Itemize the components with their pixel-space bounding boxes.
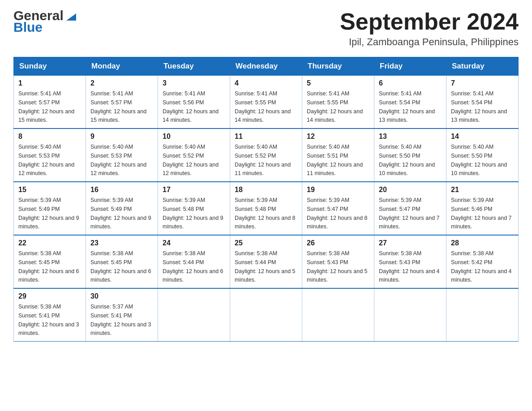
svg-marker-0 [66, 13, 76, 21]
calendar-cell: 30 Sunrise: 5:37 AMSunset: 5:41 PMDaylig… [86, 288, 158, 342]
day-info: Sunrise: 5:39 AMSunset: 5:46 PMDaylight:… [451, 197, 512, 230]
calendar-cell: 5 Sunrise: 5:41 AMSunset: 5:55 PMDayligh… [302, 76, 374, 129]
weekday-header-tuesday: Tuesday [158, 57, 230, 76]
day-info: Sunrise: 5:38 AMSunset: 5:45 PMDaylight:… [18, 250, 79, 283]
day-number: 10 [163, 133, 225, 141]
day-number: 21 [451, 186, 514, 194]
title-area: September 2024 Ipil, Zamboanga Peninsula… [340, 9, 519, 48]
day-info: Sunrise: 5:38 AMSunset: 5:41 PMDaylight:… [18, 304, 79, 336]
day-info: Sunrise: 5:40 AMSunset: 5:52 PMDaylight:… [163, 144, 219, 176]
calendar-cell [230, 288, 302, 342]
logo-text: General Blue [13, 9, 78, 34]
calendar-cell: 21 Sunrise: 5:39 AMSunset: 5:46 PMDaylig… [446, 182, 519, 235]
day-info: Sunrise: 5:41 AMSunset: 5:56 PMDaylight:… [163, 90, 219, 123]
calendar-cell: 27 Sunrise: 5:38 AMSunset: 5:43 PMDaylig… [374, 235, 446, 288]
calendar-table: SundayMondayTuesdayWednesdayThursdayFrid… [13, 57, 519, 342]
day-info: Sunrise: 5:39 AMSunset: 5:49 PMDaylight:… [18, 197, 79, 230]
day-info: Sunrise: 5:38 AMSunset: 5:42 PMDaylight:… [451, 250, 512, 283]
calendar-cell [302, 288, 374, 342]
calendar-cell: 22 Sunrise: 5:38 AMSunset: 5:45 PMDaylig… [14, 235, 86, 288]
weekday-header-saturday: Saturday [446, 57, 519, 76]
calendar-cell [446, 288, 519, 342]
day-info: Sunrise: 5:39 AMSunset: 5:48 PMDaylight:… [235, 197, 296, 230]
calendar-cell: 28 Sunrise: 5:38 AMSunset: 5:42 PMDaylig… [446, 235, 519, 288]
week-row-5: 29 Sunrise: 5:38 AMSunset: 5:41 PMDaylig… [14, 288, 519, 342]
day-number: 16 [90, 186, 153, 194]
day-info: Sunrise: 5:41 AMSunset: 5:54 PMDaylight:… [379, 90, 435, 123]
calendar-cell: 2 Sunrise: 5:41 AMSunset: 5:57 PMDayligh… [86, 76, 158, 129]
day-info: Sunrise: 5:40 AMSunset: 5:50 PMDaylight:… [451, 144, 507, 176]
day-info: Sunrise: 5:40 AMSunset: 5:53 PMDaylight:… [90, 144, 146, 176]
day-info: Sunrise: 5:40 AMSunset: 5:51 PMDaylight:… [307, 144, 363, 176]
calendar-cell: 4 Sunrise: 5:41 AMSunset: 5:55 PMDayligh… [230, 76, 302, 129]
day-number: 7 [451, 79, 514, 87]
day-info: Sunrise: 5:38 AMSunset: 5:43 PMDaylight:… [307, 250, 368, 283]
day-number: 18 [235, 186, 297, 194]
week-row-4: 22 Sunrise: 5:38 AMSunset: 5:45 PMDaylig… [14, 235, 519, 288]
day-info: Sunrise: 5:40 AMSunset: 5:50 PMDaylight:… [379, 144, 435, 176]
month-title: September 2024 [340, 9, 519, 34]
logo: General Blue [13, 9, 78, 34]
day-number: 29 [18, 292, 81, 300]
day-info: Sunrise: 5:39 AMSunset: 5:49 PMDaylight:… [90, 197, 151, 230]
day-number: 27 [379, 239, 442, 247]
calendar-cell [374, 288, 446, 342]
calendar-cell: 19 Sunrise: 5:39 AMSunset: 5:47 PMDaylig… [302, 182, 374, 235]
day-info: Sunrise: 5:40 AMSunset: 5:52 PMDaylight:… [235, 144, 291, 176]
calendar-cell: 13 Sunrise: 5:40 AMSunset: 5:50 PMDaylig… [374, 128, 446, 182]
day-info: Sunrise: 5:38 AMSunset: 5:45 PMDaylight:… [90, 250, 151, 283]
week-row-3: 15 Sunrise: 5:39 AMSunset: 5:49 PMDaylig… [14, 182, 519, 235]
day-number: 13 [379, 133, 442, 141]
day-info: Sunrise: 5:37 AMSunset: 5:41 PMDaylight:… [90, 304, 151, 336]
calendar-cell: 10 Sunrise: 5:40 AMSunset: 5:52 PMDaylig… [158, 128, 230, 182]
day-number: 26 [307, 239, 369, 247]
day-number: 30 [90, 292, 153, 300]
day-info: Sunrise: 5:39 AMSunset: 5:48 PMDaylight:… [163, 197, 223, 230]
calendar-cell: 9 Sunrise: 5:40 AMSunset: 5:53 PMDayligh… [86, 128, 158, 182]
day-info: Sunrise: 5:41 AMSunset: 5:55 PMDaylight:… [235, 90, 291, 123]
calendar-cell: 3 Sunrise: 5:41 AMSunset: 5:56 PMDayligh… [158, 76, 230, 129]
day-info: Sunrise: 5:39 AMSunset: 5:47 PMDaylight:… [307, 197, 368, 230]
day-number: 8 [18, 133, 81, 141]
day-info: Sunrise: 5:39 AMSunset: 5:47 PMDaylight:… [379, 197, 440, 230]
calendar-cell: 23 Sunrise: 5:38 AMSunset: 5:45 PMDaylig… [86, 235, 158, 288]
day-number: 19 [307, 186, 369, 194]
calendar-cell: 20 Sunrise: 5:39 AMSunset: 5:47 PMDaylig… [374, 182, 446, 235]
day-number: 24 [163, 239, 225, 247]
day-number: 14 [451, 133, 514, 141]
calendar-cell: 18 Sunrise: 5:39 AMSunset: 5:48 PMDaylig… [230, 182, 302, 235]
calendar-cell: 14 Sunrise: 5:40 AMSunset: 5:50 PMDaylig… [446, 128, 519, 182]
logo-blue: Blue [13, 21, 78, 34]
day-info: Sunrise: 5:40 AMSunset: 5:53 PMDaylight:… [18, 144, 74, 176]
day-info: Sunrise: 5:41 AMSunset: 5:57 PMDaylight:… [90, 90, 146, 123]
week-row-2: 8 Sunrise: 5:40 AMSunset: 5:53 PMDayligh… [14, 128, 519, 182]
weekday-header-row: SundayMondayTuesdayWednesdayThursdayFrid… [14, 57, 519, 76]
calendar-cell: 7 Sunrise: 5:41 AMSunset: 5:54 PMDayligh… [446, 76, 519, 129]
day-info: Sunrise: 5:41 AMSunset: 5:55 PMDaylight:… [307, 90, 363, 123]
calendar-cell: 8 Sunrise: 5:40 AMSunset: 5:53 PMDayligh… [14, 128, 86, 182]
day-number: 2 [90, 79, 153, 87]
day-number: 3 [163, 79, 225, 87]
calendar-cell: 15 Sunrise: 5:39 AMSunset: 5:49 PMDaylig… [14, 182, 86, 235]
calendar-cell: 6 Sunrise: 5:41 AMSunset: 5:54 PMDayligh… [374, 76, 446, 129]
day-number: 25 [235, 239, 297, 247]
day-info: Sunrise: 5:41 AMSunset: 5:54 PMDaylight:… [451, 90, 507, 123]
calendar-cell: 17 Sunrise: 5:39 AMSunset: 5:48 PMDaylig… [158, 182, 230, 235]
weekday-header-monday: Monday [86, 57, 158, 76]
weekday-header-thursday: Thursday [302, 57, 374, 76]
location-subtitle: Ipil, Zamboanga Peninsula, Philippines [340, 36, 519, 48]
calendar-cell: 24 Sunrise: 5:38 AMSunset: 5:44 PMDaylig… [158, 235, 230, 288]
day-number: 11 [235, 133, 297, 141]
day-info: Sunrise: 5:38 AMSunset: 5:44 PMDaylight:… [163, 250, 223, 283]
day-number: 4 [235, 79, 297, 87]
day-number: 1 [18, 79, 81, 87]
day-number: 12 [307, 133, 369, 141]
day-number: 6 [379, 79, 442, 87]
calendar-cell: 12 Sunrise: 5:40 AMSunset: 5:51 PMDaylig… [302, 128, 374, 182]
day-number: 9 [90, 133, 153, 141]
day-info: Sunrise: 5:41 AMSunset: 5:57 PMDaylight:… [18, 90, 74, 123]
day-number: 5 [307, 79, 369, 87]
day-number: 22 [18, 239, 81, 247]
weekday-header-wednesday: Wednesday [230, 57, 302, 76]
calendar-cell: 25 Sunrise: 5:38 AMSunset: 5:44 PMDaylig… [230, 235, 302, 288]
